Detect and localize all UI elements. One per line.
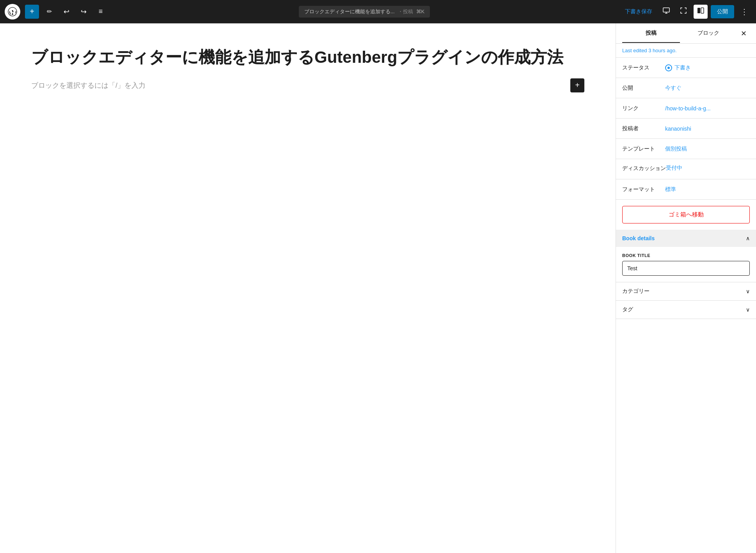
link-value[interactable]: /how-to-build-a-g... [665, 105, 711, 112]
discussion-value[interactable]: 受付中 [666, 165, 682, 172]
tag-section: タグ ∨ [616, 301, 756, 319]
svg-rect-1 [697, 8, 700, 13]
pencil-icon: ✏ [47, 8, 52, 15]
status-value[interactable]: 下書き [665, 64, 691, 71]
redo-button[interactable]: ↪ [76, 5, 91, 19]
undo-button[interactable]: ↩ [59, 5, 73, 19]
status-label: ステータス [622, 64, 665, 71]
wp-logo[interactable] [5, 4, 20, 19]
breadcrumb-area: ブロックエディターに機能を追加する... ・投稿 ⌘K [111, 6, 618, 18]
trash-button[interactable]: ゴミ箱へ移動 [622, 206, 750, 223]
breadcrumb-sep: ・投稿 [398, 8, 413, 15]
keyboard-shortcut: ⌘K [416, 9, 425, 14]
edit-mode-button[interactable]: ✏ [42, 5, 56, 19]
book-details-title: Book details [622, 235, 655, 241]
chevron-down-icon-tag: ∨ [746, 307, 750, 313]
chevron-up-icon: ∧ [746, 235, 750, 241]
save-draft-button[interactable]: 下書き保存 [621, 6, 656, 18]
block-placeholder[interactable]: ブロックを選択するには「/」を入力 + [31, 81, 584, 90]
tag-header[interactable]: タグ ∨ [616, 301, 756, 319]
add-block-button[interactable]: + [25, 5, 39, 19]
desktop-icon [662, 7, 670, 16]
undo-icon: ↩ [64, 7, 69, 16]
author-row: 投稿者 kanaonishi [616, 119, 756, 139]
status-text: 下書き [674, 64, 691, 71]
link-label: リンク [622, 105, 665, 112]
inline-add-block-button[interactable]: + [570, 78, 584, 92]
book-title-input[interactable] [622, 261, 750, 276]
sidebar-info-bar: Last edited 3 hours ago. [616, 44, 756, 58]
tab-block[interactable]: ブロック [680, 24, 738, 43]
more-icon: ⋮ [740, 7, 748, 16]
list-icon: ≡ [99, 7, 103, 16]
book-details-header[interactable]: Book details ∧ [616, 230, 756, 247]
editor-area: ブロックエディターに機能を追加するGutenbergプラグインの作成方法 ブロッ… [0, 23, 616, 553]
status-circle-icon [665, 64, 672, 71]
main-layout: ブロックエディターに機能を追加するGutenbergプラグインの作成方法 ブロッ… [0, 23, 756, 553]
fullscreen-button[interactable] [676, 5, 690, 19]
template-row: テンプレート 個別投稿 [616, 139, 756, 159]
sidebar-close-button[interactable]: ✕ [737, 27, 750, 40]
discussion-row: ディスカッション 受付中 [616, 159, 756, 179]
close-icon: ✕ [741, 29, 747, 38]
discussion-label: ディスカッション [622, 165, 666, 172]
toolbar-right: 下書き保存 公開 [621, 5, 751, 19]
template-value[interactable]: 個別投稿 [665, 145, 687, 152]
main-toolbar: + ✏ ↩ ↪ ≡ ブロックエディターに機能を追加する... ・投稿 ⌘K 下書… [0, 0, 756, 23]
publish-date-label: 公開 [622, 85, 665, 92]
publish-date-row: 公開 今すぐ [616, 78, 756, 98]
publish-date-value[interactable]: 今すぐ [665, 85, 681, 92]
settings-panel-button[interactable] [694, 5, 708, 19]
more-options-button[interactable]: ⋮ [737, 5, 751, 19]
breadcrumb[interactable]: ブロックエディターに機能を追加する... ・投稿 ⌘K [299, 6, 430, 18]
tag-title: タグ [622, 306, 633, 313]
format-row: フォーマット 標準 [616, 179, 756, 200]
status-row: ステータス 下書き [616, 58, 756, 78]
sidebar: 投稿 ブロック ✕ Last edited 3 hours ago. ステータス… [616, 23, 756, 553]
settings-icon [697, 7, 705, 16]
template-label: テンプレート [622, 145, 665, 152]
tab-post[interactable]: 投稿 [622, 24, 680, 43]
svg-rect-0 [663, 8, 669, 12]
author-value[interactable]: kanaonishi [665, 126, 691, 132]
breadcrumb-text: ブロックエディターに機能を追加する... [304, 8, 395, 15]
book-details-section: Book details ∧ BOOK TITLE [616, 230, 756, 282]
preview-desktop-button[interactable] [659, 5, 673, 19]
link-row: リンク /how-to-build-a-g... [616, 98, 756, 119]
placeholder-text: ブロックを選択するには「/」を入力 [31, 81, 584, 90]
publish-button[interactable]: 公開 [711, 5, 734, 18]
format-value[interactable]: 標準 [665, 186, 676, 193]
author-label: 投稿者 [622, 125, 665, 132]
fullscreen-icon [680, 7, 687, 16]
post-title[interactable]: ブロックエディターに機能を追加するGutenbergプラグインの作成方法 [31, 47, 584, 68]
book-title-label: BOOK TITLE [622, 253, 750, 258]
category-header[interactable]: カテゴリー ∨ [616, 282, 756, 300]
document-overview-button[interactable]: ≡ [94, 5, 108, 19]
format-label: フォーマット [622, 186, 665, 193]
svg-rect-2 [701, 8, 704, 13]
sidebar-body: Last edited 3 hours ago. ステータス 下書き 公開 今す… [616, 44, 756, 553]
chevron-down-icon: ∨ [746, 288, 750, 294]
book-details-body: BOOK TITLE [616, 247, 756, 282]
category-title: カテゴリー [622, 288, 650, 295]
sidebar-tabs: 投稿 ブロック ✕ [616, 23, 756, 44]
redo-icon: ↪ [81, 7, 87, 16]
category-section: カテゴリー ∨ [616, 282, 756, 301]
